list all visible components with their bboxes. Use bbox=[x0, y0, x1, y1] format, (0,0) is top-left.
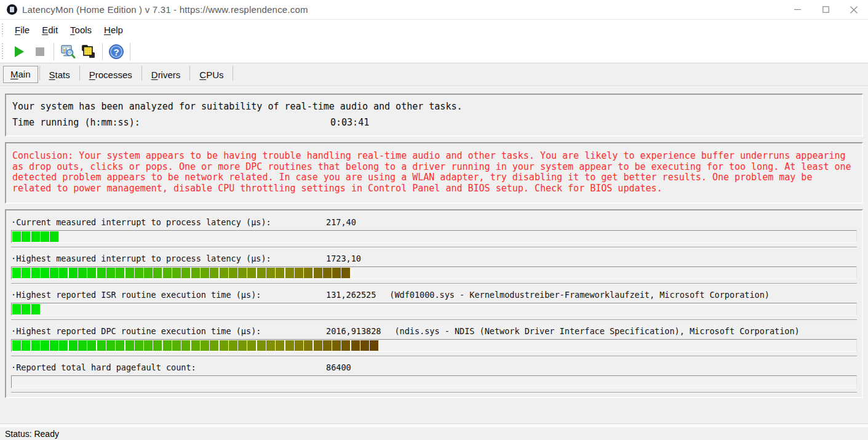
latency-bar-segment bbox=[50, 340, 58, 351]
measurement-label: ·Highest reported ISR routine execution … bbox=[11, 287, 326, 303]
latency-bar-segment bbox=[116, 340, 124, 351]
measurement-value: 217,40 bbox=[326, 214, 356, 230]
tab-main[interactable]: Main bbox=[3, 66, 38, 83]
close-button[interactable] bbox=[840, 0, 868, 19]
tab-processes[interactable]: Processes bbox=[81, 66, 140, 84]
start-monitor-button[interactable] bbox=[9, 42, 30, 61]
main-tab-page: Your system has been analyzed for suitab… bbox=[0, 87, 868, 423]
latency-bar-segment bbox=[191, 268, 200, 278]
analysis-headline: Your system has been analyzed for suitab… bbox=[12, 98, 856, 114]
toolbar: ? bbox=[0, 40, 868, 63]
latency-bar bbox=[11, 375, 857, 388]
latency-bar-segment bbox=[181, 340, 190, 351]
latency-bar-segment bbox=[323, 268, 332, 278]
latency-bar-segment bbox=[323, 340, 332, 351]
latency-bar-segment bbox=[238, 268, 247, 278]
tab-stats[interactable]: Stats bbox=[41, 66, 78, 84]
latency-bar-segment bbox=[31, 304, 40, 314]
latency-bar-segment bbox=[191, 340, 200, 351]
measurement-value: 131,262525 bbox=[326, 287, 376, 303]
latency-bar-segment bbox=[210, 268, 218, 278]
latency-bar-segment bbox=[351, 340, 360, 351]
latency-bar-segment bbox=[172, 268, 181, 278]
conclusion-text: Conclusion: Your system appears to be ha… bbox=[12, 151, 856, 194]
measurement-row: ·Highest measured interrupt to process l… bbox=[6, 248, 862, 284]
latency-bar-segment bbox=[153, 268, 162, 278]
toolbar-separator bbox=[54, 43, 54, 60]
latency-bar-segment bbox=[295, 340, 303, 351]
latency-bar-segment bbox=[50, 231, 58, 242]
latency-bar-segment bbox=[144, 268, 153, 278]
latency-bar-segment bbox=[22, 340, 30, 351]
measurements-panel: ·Current measured interrupt to process l… bbox=[5, 209, 863, 398]
latency-bar-segment bbox=[304, 340, 313, 351]
latency-bar-segment bbox=[247, 340, 256, 351]
menu-bar: FileEditToolsHelp bbox=[0, 20, 868, 40]
latency-bar-segment bbox=[12, 340, 21, 351]
tab-drivers[interactable]: Drivers bbox=[143, 66, 189, 84]
toolbar-separator bbox=[130, 43, 130, 60]
tab-bar: MainStatsProcessesDriversCPUs bbox=[0, 63, 868, 86]
latency-bar-segment bbox=[31, 268, 40, 278]
latency-bar-segment bbox=[59, 340, 68, 351]
latency-bar-segment bbox=[285, 340, 294, 351]
measurement-value: 86400 bbox=[326, 359, 351, 375]
system-report-button[interactable] bbox=[57, 42, 78, 61]
conclusion-panel: Conclusion: Your system appears to be ha… bbox=[5, 142, 863, 204]
svg-text:?: ? bbox=[113, 46, 119, 57]
close-icon bbox=[850, 6, 858, 14]
maximize-button[interactable] bbox=[811, 0, 840, 19]
row-separator bbox=[11, 392, 857, 393]
latency-bar-segment bbox=[172, 340, 181, 351]
stop-icon bbox=[36, 47, 44, 56]
latency-bar-segment bbox=[304, 268, 313, 278]
latency-bar-segment bbox=[201, 268, 209, 278]
tab-separator bbox=[189, 66, 190, 81]
latency-bar bbox=[11, 230, 857, 243]
latency-bar bbox=[11, 303, 857, 316]
latency-bar-segment bbox=[22, 231, 30, 242]
menu-item-tools[interactable]: Tools bbox=[64, 22, 98, 38]
latency-bar-segment bbox=[87, 268, 96, 278]
tab-cpus[interactable]: CPUs bbox=[191, 66, 231, 84]
measurement-row: ·Current measured interrupt to process l… bbox=[6, 212, 862, 248]
latency-bar-segment bbox=[22, 304, 30, 314]
help-button[interactable]: ? bbox=[106, 42, 127, 61]
latency-bar-segment bbox=[12, 268, 21, 278]
latency-bar-segment bbox=[285, 268, 294, 278]
latency-bar-segment bbox=[163, 340, 172, 351]
status-bar: Status: Ready bbox=[0, 427, 868, 440]
latency-bar-segment bbox=[106, 268, 115, 278]
analysis-panel: Your system has been analyzed for suitab… bbox=[5, 94, 863, 137]
latency-bar-segment bbox=[181, 268, 190, 278]
app-icon bbox=[7, 4, 17, 15]
stop-monitor-button[interactable] bbox=[30, 42, 50, 61]
measurement-row: ·Reported total hard pagefault count:864… bbox=[6, 357, 862, 393]
latency-bar-segment bbox=[125, 268, 134, 278]
layered-windows-icon bbox=[81, 44, 97, 60]
latency-bar-segment bbox=[257, 268, 266, 278]
latency-bar-segment bbox=[276, 340, 284, 351]
menu-item-file[interactable]: File bbox=[9, 22, 36, 38]
latency-bar-segment bbox=[87, 340, 96, 351]
menu-item-edit[interactable]: Edit bbox=[36, 22, 64, 38]
latency-bar-segment bbox=[341, 268, 350, 278]
latency-bar-segment bbox=[163, 268, 172, 278]
minimize-button[interactable] bbox=[783, 0, 811, 19]
latency-bar-segment bbox=[370, 340, 378, 351]
latency-bar-segment bbox=[31, 340, 40, 351]
tab-separator bbox=[39, 66, 40, 81]
toolbar-separator bbox=[102, 43, 103, 60]
latency-bar-segment bbox=[31, 231, 40, 242]
measurement-value: 2016,913828 bbox=[326, 323, 381, 339]
latency-bar-segment bbox=[266, 340, 275, 351]
latency-bar-segment bbox=[220, 268, 228, 278]
latency-bar-segment bbox=[59, 268, 68, 278]
layered-windows-button[interactable] bbox=[78, 42, 99, 61]
measurement-label: ·Highest reported DPC routine execution … bbox=[11, 323, 326, 339]
latency-bar bbox=[11, 266, 857, 279]
menu-item-help[interactable]: Help bbox=[98, 22, 129, 38]
latency-bar-segment bbox=[210, 340, 218, 351]
measurement-row: ·Highest reported ISR routine execution … bbox=[6, 284, 862, 321]
latency-bar-segment bbox=[41, 340, 49, 351]
